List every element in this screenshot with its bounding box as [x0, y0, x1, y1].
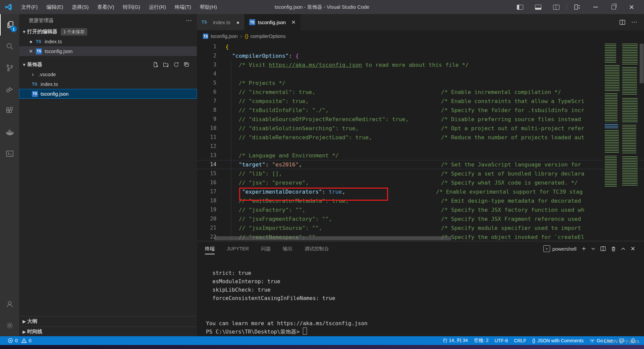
panel-tab-输出[interactable]: 输出: [283, 241, 292, 256]
code-line-20[interactable]: 20 // "jsxFragmentFactory": "",/* Specif…: [197, 214, 644, 223]
tree-item-.vscode[interactable]: ›.vscode: [19, 69, 197, 79]
code-line-10[interactable]: 10 // "disableSolutionSearching": true,/…: [197, 124, 644, 133]
tab-index.ts[interactable]: TSindex.ts●: [197, 14, 245, 30]
activity-source-control-icon[interactable]: [0, 57, 19, 79]
kill-terminal-icon[interactable]: [611, 246, 616, 251]
outline-section[interactable]: ▶ 大纲: [19, 316, 199, 326]
workspace-section[interactable]: ▼ 装饰器: [19, 60, 197, 69]
indentation-setting[interactable]: 空格: 2: [471, 336, 492, 345]
minimize-button[interactable]: [588, 0, 603, 14]
line-number: 8: [197, 106, 216, 115]
code-line-16[interactable]: 16 // "jsx": "preserve",/* Specify what …: [197, 178, 644, 187]
code-line-5[interactable]: 5 /* Projects */: [197, 79, 644, 88]
menu-t[interactable]: 终端(T): [170, 0, 196, 14]
split-editor-icon[interactable]: [620, 20, 625, 25]
activity-docker-icon[interactable]: [0, 121, 19, 143]
line-number: 4: [197, 69, 216, 79]
new-folder-icon[interactable]: [163, 62, 169, 67]
code-line-14[interactable]: 14 "target": "es2016",/* Set the JavaScr…: [197, 160, 644, 169]
new-terminal-icon[interactable]: +: [582, 245, 586, 253]
shell-selector[interactable]: > powershell: [543, 245, 577, 252]
code-line-2[interactable]: 2 "compilerOptions": {: [197, 51, 644, 60]
code-line-12[interactable]: 12: [197, 142, 644, 151]
panel-tab-JUPYTER[interactable]: JUPYTER: [227, 241, 249, 256]
file-label: index.ts: [45, 39, 62, 44]
horizontal-scrollbar[interactable]: [214, 236, 451, 240]
modified-dot-icon[interactable]: ●: [236, 19, 239, 25]
close-icon[interactable]: ✕: [26, 48, 36, 54]
terminal-output[interactable]: strict: true esModuleInterop: true skipL…: [206, 269, 637, 336]
refresh-icon[interactable]: [173, 62, 179, 67]
collapse-all-icon[interactable]: [184, 62, 190, 67]
tree-item-index.ts[interactable]: TSindex.ts: [19, 79, 197, 89]
tab-tsconfig.json[interactable]: TStsconfig.json✕: [245, 14, 301, 30]
explorer-badge: 1: [10, 26, 17, 32]
encoding-setting[interactable]: UTF-8: [491, 336, 511, 345]
language-mode[interactable]: {} JSON with Comments: [529, 336, 587, 345]
problems-indicator[interactable]: 0 0: [5, 336, 35, 345]
code-line-19[interactable]: 19 // "jsxFactory": "",/* Specify the JS…: [197, 205, 644, 214]
breadcrumb-file[interactable]: tsconfig.json: [211, 34, 238, 39]
split-terminal-icon[interactable]: [600, 246, 606, 251]
close-panel-icon[interactable]: ✕: [631, 245, 635, 252]
activity-extensions-icon[interactable]: [0, 100, 19, 121]
code-line-8[interactable]: 8 // "tsBuildInfoFile": "./",/* Specify …: [197, 106, 644, 115]
divider: [567, 4, 567, 10]
file-label: tsconfig.json: [45, 48, 72, 54]
menu-v[interactable]: 查看(V): [93, 0, 118, 14]
customize-layout-icon[interactable]: [570, 0, 585, 14]
code-line-6[interactable]: 6 // "incremental": true,/* Enable incre…: [197, 88, 644, 97]
menu-s[interactable]: 选择(S): [67, 0, 93, 14]
tree-item-tsconfig.json[interactable]: TStsconfig.json: [19, 89, 197, 99]
layout-panel-icon[interactable]: [530, 0, 546, 14]
minimap[interactable]: [603, 42, 639, 241]
code-line-3[interactable]: 3 /* Visit https://aka.ms/tsconfig.json …: [197, 60, 644, 69]
code-line-21[interactable]: 21 // "jsxImportSource": "",/* Specify m…: [197, 223, 644, 233]
vertical-scrollbar[interactable]: [640, 44, 644, 83]
panel-tab-调试控制台[interactable]: 调试控制台: [305, 241, 329, 256]
code-line-4[interactable]: 4: [197, 69, 644, 79]
menu-f[interactable]: 文件(F): [17, 0, 42, 14]
code-editor[interactable]: 1{2 "compilerOptions": {3 /* Visit https…: [197, 42, 644, 241]
panel-tab-问题[interactable]: 问题: [261, 241, 271, 256]
more-actions-icon[interactable]: ⋯: [186, 17, 192, 24]
menu-g[interactable]: 转到(G): [118, 0, 145, 14]
menu-h[interactable]: 帮助(H): [196, 0, 221, 14]
activity-settings-icon[interactable]: [0, 315, 19, 336]
timeline-section[interactable]: ▶ 时间线: [19, 327, 199, 337]
panel-tab-终端[interactable]: 终端: [205, 241, 215, 256]
restore-button[interactable]: [606, 0, 621, 14]
layout-split-icon[interactable]: [548, 0, 564, 14]
chevron-down-icon[interactable]: [591, 247, 595, 250]
menu-e[interactable]: 编辑(E): [42, 0, 67, 14]
code-line-15[interactable]: 15 // "lib": [],/* Specify a set of bund…: [197, 169, 644, 178]
new-file-icon[interactable]: [153, 62, 158, 67]
menu-r[interactable]: 运行(R): [145, 0, 170, 14]
line-number: 3: [197, 60, 216, 69]
activity-run-debug-icon[interactable]: [0, 79, 19, 100]
code-line-13[interactable]: 13 /* Language and Environment */: [197, 151, 644, 160]
more-actions-icon[interactable]: ⋯: [631, 18, 637, 26]
activity-account-icon[interactable]: [0, 293, 19, 315]
maximize-panel-icon[interactable]: [621, 247, 625, 250]
close-button[interactable]: ✕: [624, 0, 639, 14]
close-tab-icon[interactable]: ✕: [291, 19, 296, 26]
code-line-11[interactable]: 11 // "disableReferencedProjectLoad": tr…: [197, 133, 644, 142]
tsconfig-file-icon: TS: [32, 91, 38, 97]
layout-sidebar-left-icon[interactable]: [512, 0, 528, 14]
ts-file-icon: TS: [36, 39, 45, 44]
eol-setting[interactable]: CRLF: [511, 336, 529, 345]
code-line-1[interactable]: 1{: [197, 42, 644, 51]
code-line-9[interactable]: 9 // "disableSourceOfProjectReferenceRed…: [197, 115, 644, 124]
open-editor-tsconfig.json[interactable]: ✕TStsconfig.json: [19, 46, 197, 56]
activity-explorer-icon[interactable]: 1: [0, 14, 20, 36]
line-number: 17: [197, 187, 216, 196]
breadcrumb-symbol[interactable]: compilerOptions: [251, 34, 286, 39]
activity-search-icon[interactable]: [0, 36, 19, 57]
open-editor-index.ts[interactable]: ●TSindex.ts: [19, 37, 197, 46]
cursor-position[interactable]: 行 14, 列 34: [440, 336, 471, 345]
open-editors-section[interactable]: ▼ 打开的编辑器 1 个未保存: [19, 27, 197, 37]
tab-label: index.ts: [213, 19, 230, 25]
code-line-7[interactable]: 7 // "composite": true,/* Enable constra…: [197, 97, 644, 106]
activity-terminal-panel-icon[interactable]: [0, 143, 19, 164]
